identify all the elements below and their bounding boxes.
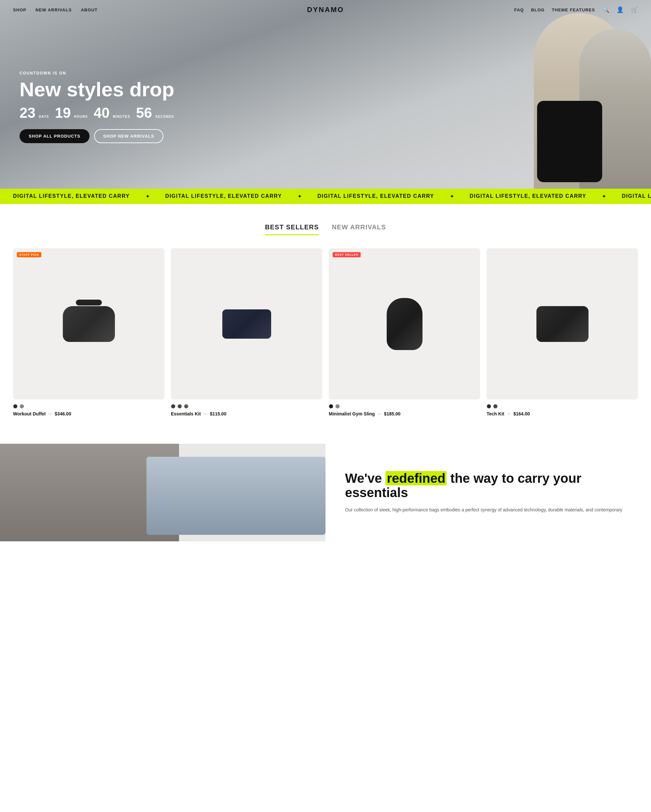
redefined-images <box>0 444 326 541</box>
color-dot-mid[interactable] <box>177 404 182 409</box>
search-icon[interactable]: 🔍 <box>602 6 609 13</box>
product-tabs: BEST SELLERS NEW ARRIVALS <box>13 223 638 235</box>
hero-countdown: 23 DAYS 19 HOURS 40 MINUTES 56 SECONDS <box>20 106 177 120</box>
product-image-duffel: STAFF PICK <box>13 248 164 400</box>
marquee-item-1: DIGITAL LIFESTYLE, ELEVATED CARRY <box>0 193 143 199</box>
color-dot-gray[interactable] <box>20 404 24 409</box>
hero-eyebrow: COUNTDOWN IS ON <box>20 71 177 75</box>
tech-bag-shape <box>536 306 588 342</box>
marquee-item-5: DIGITAL LIFESTYLE, ELEVATED CARRY <box>609 193 651 199</box>
shop-all-button[interactable]: SHOP ALL PRODUCTS <box>20 129 90 143</box>
hero-figures <box>260 0 651 189</box>
nav-about[interactable]: ABOUT <box>81 8 97 12</box>
nav-new-arrivals[interactable]: NEW ARRIVALS <box>35 8 72 12</box>
product-name-kit: Essentials Kit <box>171 411 201 417</box>
product-colors-sling <box>329 404 480 409</box>
main-nav: SHOP NEW ARRIVALS ABOUT DYNAMO FAQ BLOG … <box>0 0 651 20</box>
color-dot-olive[interactable] <box>184 404 188 409</box>
sling-bag-shape <box>387 298 422 350</box>
product-grid: STAFF PICK Workout Duffel — $346.00 <box>13 248 638 418</box>
countdown-seconds-label: SECONDS <box>155 115 174 118</box>
product-price-duffel: $346.00 <box>55 411 71 417</box>
product-colors-duffel <box>13 404 164 409</box>
countdown-minutes-label: MINUTES <box>113 115 130 118</box>
countdown-minutes-num: 40 <box>94 106 110 120</box>
product-name-row-duffel: Workout Duffel — $346.00 <box>13 411 164 417</box>
product-dash-duffel: — <box>48 412 52 416</box>
product-badge-staff: STAFF PICK <box>17 252 41 257</box>
site-logo[interactable]: DYNAMO <box>307 6 344 14</box>
marquee-dot-4: ✦ <box>602 193 606 199</box>
redefined-title-highlight: redefined <box>385 471 446 485</box>
nav-shop[interactable]: SHOP <box>13 8 26 12</box>
product-name-row-sling: Minimalist Gym Sling — $185.00 <box>329 411 480 417</box>
product-price-tech: $164.00 <box>513 411 530 417</box>
marquee-dot-3: ✦ <box>450 193 454 199</box>
nav-right: FAQ BLOG THEME FEATURES 🔍 👤 🛒 <box>514 6 638 13</box>
redefined-title-part1: We've <box>345 471 382 485</box>
product-image-sling: BEST SELLER <box>329 248 480 400</box>
marquee-item-4: DIGITAL LIFESTYLE, ELEVATED CARRY <box>457 193 599 199</box>
nav-blog[interactable]: BLOG <box>531 8 545 12</box>
product-price-sling: $185.00 <box>384 411 401 417</box>
color-dot-gray2[interactable] <box>335 404 340 409</box>
product-colors-kit <box>171 404 322 409</box>
countdown-days-label: DAYS <box>39 115 49 118</box>
product-image-tech <box>487 248 638 400</box>
product-colors-tech <box>487 404 638 409</box>
redefined-bag-image <box>147 457 326 535</box>
nav-faq[interactable]: FAQ <box>514 8 524 12</box>
hero-title: New styles drop <box>20 79 177 100</box>
product-name-duffel: Workout Duffel <box>13 411 46 417</box>
product-dash-sling: — <box>377 412 382 416</box>
countdown-hours-label: HOURS <box>74 115 88 118</box>
product-card-duffel[interactable]: STAFF PICK Workout Duffel — $346.00 <box>13 248 164 418</box>
nav-left: SHOP NEW ARRIVALS ABOUT <box>13 8 98 12</box>
redefined-section: We've redefined the way to carry your es… <box>0 444 651 541</box>
product-name-tech: Tech Kit <box>487 411 504 417</box>
color-dot-dark[interactable] <box>171 404 176 409</box>
account-icon[interactable]: 👤 <box>616 6 623 13</box>
redefined-description: Our collection of sleek, high-performanc… <box>345 506 631 514</box>
color-dot-black2[interactable] <box>329 404 333 409</box>
kit-bag-shape <box>222 309 271 339</box>
product-badge-bestseller: BEST SELLER <box>333 252 361 257</box>
products-section: BEST SELLERS NEW ARRIVALS STAFF PICK Wor… <box>0 204 651 431</box>
hero-section: COUNTDOWN IS ON New styles drop 23 DAYS … <box>0 0 651 189</box>
product-card-kit[interactable]: Essentials Kit — $115.00 <box>171 248 322 418</box>
product-image-kit <box>171 248 322 400</box>
color-dot-dark2[interactable] <box>493 404 498 409</box>
hero-backpack <box>537 101 602 182</box>
product-name-row-tech: Tech Kit — $164.00 <box>487 411 638 417</box>
marquee-dot-2: ✦ <box>298 193 302 199</box>
color-dot-black[interactable] <box>13 404 18 409</box>
product-dash-kit: — <box>203 412 207 416</box>
color-dot-black3[interactable] <box>487 404 491 409</box>
tab-best-sellers[interactable]: BEST SELLERS <box>265 223 319 235</box>
marquee-item-3: DIGITAL LIFESTYLE, ELEVATED CARRY <box>304 193 447 199</box>
marquee-track: DIGITAL LIFESTYLE, ELEVATED CARRY ✦ DIGI… <box>0 193 651 199</box>
marquee-dot-1: ✦ <box>145 193 150 199</box>
countdown-seconds-num: 56 <box>136 106 152 120</box>
marquee-banner: DIGITAL LIFESTYLE, ELEVATED CARRY ✦ DIGI… <box>0 189 651 204</box>
hero-content: COUNTDOWN IS ON New styles drop 23 DAYS … <box>20 71 177 143</box>
shop-new-arrivals-button[interactable]: SHOP NEW ARRIVALS <box>94 129 164 143</box>
tab-new-arrivals[interactable]: NEW ARRIVALS <box>332 223 386 235</box>
countdown-hours-num: 19 <box>55 106 71 120</box>
marquee-item-2: DIGITAL LIFESTYLE, ELEVATED CARRY <box>152 193 295 199</box>
redefined-text: We've redefined the way to carry your es… <box>326 444 651 541</box>
hero-buttons: SHOP ALL PRODUCTS SHOP NEW ARRIVALS <box>20 129 177 143</box>
product-dash-tech: — <box>507 412 511 416</box>
nav-theme-features[interactable]: THEME FEATURES <box>552 8 595 12</box>
product-price-kit: $115.00 <box>210 411 226 417</box>
nav-logo-wrap: DYNAMO <box>307 6 344 14</box>
countdown-days-num: 23 <box>20 106 35 120</box>
product-name-sling: Minimalist Gym Sling <box>329 411 375 417</box>
product-name-row-kit: Essentials Kit — $115.00 <box>171 411 322 417</box>
product-card-sling[interactable]: BEST SELLER Minimalist Gym Sling — $185.… <box>329 248 480 418</box>
redefined-title: We've redefined the way to carry your es… <box>345 471 631 500</box>
product-card-tech[interactable]: Tech Kit — $164.00 <box>487 248 638 418</box>
cart-icon[interactable]: 🛒 <box>631 6 638 13</box>
duffel-bag-shape <box>63 306 115 342</box>
